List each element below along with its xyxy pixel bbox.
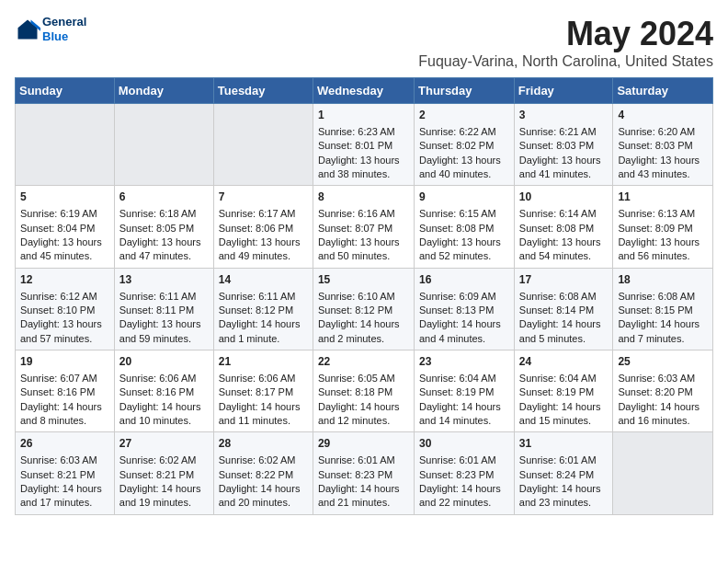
logo-line2: Blue: [42, 29, 86, 44]
day-info: Sunset: 8:05 PM: [119, 222, 209, 236]
day-info: Sunset: 8:07 PM: [318, 222, 409, 236]
logo-icon: [15, 17, 40, 42]
calendar-week-4: 26Sunrise: 6:03 AMSunset: 8:21 PMDayligh…: [16, 432, 713, 514]
day-number: 13: [119, 272, 209, 288]
day-info: Sunrise: 6:11 AM: [219, 290, 308, 304]
day-info: Daylight: 14 hours and 22 minutes.: [419, 482, 509, 511]
day-info: Sunset: 8:03 PM: [618, 139, 708, 153]
day-info: Daylight: 14 hours and 10 minutes.: [119, 400, 209, 429]
day-number: 23: [419, 354, 509, 370]
calendar-cell: 23Sunrise: 6:04 AMSunset: 8:19 PMDayligh…: [415, 350, 515, 432]
calendar-cell: 19Sunrise: 6:07 AMSunset: 8:16 PMDayligh…: [16, 350, 115, 432]
day-number: 16: [419, 272, 509, 288]
day-number: 20: [119, 354, 209, 370]
day-info: Sunset: 8:24 PM: [519, 468, 609, 482]
day-info: Sunrise: 6:15 AM: [419, 207, 509, 221]
day-info: Sunset: 8:17 PM: [219, 385, 308, 399]
day-info: Sunset: 8:19 PM: [519, 385, 609, 399]
calendar-cell: 17Sunrise: 6:08 AMSunset: 8:14 PMDayligh…: [514, 268, 613, 350]
day-header-friday: Friday: [514, 78, 613, 104]
day-info: Sunrise: 6:22 AM: [419, 125, 509, 139]
day-info: Daylight: 13 hours and 57 minutes.: [20, 317, 109, 346]
day-info: Daylight: 14 hours and 19 minutes.: [119, 482, 209, 511]
calendar-cell: 10Sunrise: 6:14 AMSunset: 8:08 PMDayligh…: [514, 186, 613, 268]
calendar-cell: 20Sunrise: 6:06 AMSunset: 8:16 PMDayligh…: [114, 350, 213, 432]
day-info: Sunset: 8:02 PM: [419, 139, 509, 153]
day-number: 1: [318, 108, 409, 123]
day-number: 27: [119, 436, 209, 452]
calendar-cell: [114, 104, 213, 186]
day-number: 10: [519, 190, 609, 205]
day-number: 8: [318, 190, 409, 205]
day-info: Sunrise: 6:03 AM: [618, 372, 708, 385]
day-info: Sunset: 8:22 PM: [219, 468, 308, 482]
subtitle: Fuquay-Varina, North Carolina, United St…: [418, 53, 713, 70]
calendar-cell: 6Sunrise: 6:18 AMSunset: 8:05 PMDaylight…: [114, 186, 213, 268]
day-info: Daylight: 13 hours and 49 minutes.: [219, 236, 308, 264]
day-number: 18: [618, 272, 708, 288]
day-info: Sunrise: 6:01 AM: [519, 454, 609, 467]
calendar-cell: 15Sunrise: 6:10 AMSunset: 8:12 PMDayligh…: [313, 268, 414, 350]
day-header-thursday: Thursday: [415, 78, 515, 104]
day-info: Daylight: 14 hours and 14 minutes.: [419, 400, 509, 429]
day-info: Sunrise: 6:01 AM: [419, 454, 509, 467]
calendar-cell: 24Sunrise: 6:04 AMSunset: 8:19 PMDayligh…: [514, 350, 613, 432]
calendar-cell: 9Sunrise: 6:15 AMSunset: 8:08 PMDaylight…: [415, 186, 515, 268]
day-number: 22: [318, 354, 409, 370]
day-info: Daylight: 14 hours and 20 minutes.: [219, 482, 308, 511]
day-info: Daylight: 13 hours and 40 minutes.: [419, 154, 509, 182]
calendar-cell: 30Sunrise: 6:01 AMSunset: 8:23 PMDayligh…: [415, 432, 515, 514]
day-info: Sunset: 8:20 PM: [618, 385, 708, 399]
day-info: Sunrise: 6:06 AM: [119, 372, 209, 385]
calendar-cell: [213, 104, 313, 186]
day-info: Sunrise: 6:23 AM: [318, 125, 409, 139]
day-info: Sunrise: 6:20 AM: [618, 125, 708, 139]
day-info: Daylight: 14 hours and 21 minutes.: [318, 482, 409, 511]
day-info: Sunrise: 6:18 AM: [119, 207, 209, 221]
day-number: 28: [219, 436, 308, 452]
day-info: Sunset: 8:08 PM: [519, 222, 609, 236]
day-info: Daylight: 13 hours and 43 minutes.: [618, 154, 708, 182]
day-info: Daylight: 13 hours and 52 minutes.: [419, 236, 509, 264]
logo-line1: General: [42, 15, 86, 29]
day-info: Sunset: 8:03 PM: [519, 139, 609, 153]
calendar-cell: 25Sunrise: 6:03 AMSunset: 8:20 PMDayligh…: [613, 350, 713, 432]
calendar-cell: 1Sunrise: 6:23 AMSunset: 8:01 PMDaylight…: [313, 104, 414, 186]
day-number: 11: [618, 190, 708, 205]
day-info: Sunrise: 6:11 AM: [119, 290, 209, 304]
logo: General Blue: [15, 15, 86, 43]
day-header-monday: Monday: [114, 78, 213, 104]
day-number: 24: [519, 354, 609, 370]
day-info: Sunrise: 6:02 AM: [119, 454, 209, 467]
day-number: 29: [318, 436, 409, 452]
day-number: 25: [618, 354, 708, 370]
day-info: Daylight: 13 hours and 38 minutes.: [318, 154, 409, 182]
day-info: Daylight: 14 hours and 5 minutes.: [519, 317, 609, 346]
calendar-cell: 4Sunrise: 6:20 AMSunset: 8:03 PMDaylight…: [613, 104, 713, 186]
day-info: Daylight: 14 hours and 7 minutes.: [618, 317, 708, 346]
day-info: Sunset: 8:01 PM: [318, 139, 409, 153]
day-info: Daylight: 14 hours and 23 minutes.: [519, 482, 609, 511]
day-info: Sunset: 8:10 PM: [20, 304, 109, 317]
day-header-saturday: Saturday: [613, 78, 713, 104]
calendar-header-row: SundayMondayTuesdayWednesdayThursdayFrid…: [16, 78, 713, 104]
day-info: Daylight: 14 hours and 4 minutes.: [419, 317, 509, 346]
calendar-cell: 13Sunrise: 6:11 AMSunset: 8:11 PMDayligh…: [114, 268, 213, 350]
day-info: Daylight: 13 hours and 59 minutes.: [119, 317, 209, 346]
day-info: Daylight: 13 hours and 54 minutes.: [519, 236, 609, 264]
day-number: 12: [20, 272, 109, 288]
day-info: Sunset: 8:23 PM: [318, 468, 409, 482]
calendar-table: SundayMondayTuesdayWednesdayThursdayFrid…: [15, 77, 713, 515]
day-info: Sunrise: 6:07 AM: [20, 372, 109, 385]
calendar-cell: 28Sunrise: 6:02 AMSunset: 8:22 PMDayligh…: [213, 432, 313, 514]
day-info: Sunset: 8:23 PM: [419, 468, 509, 482]
calendar-cell: 5Sunrise: 6:19 AMSunset: 8:04 PMDaylight…: [16, 186, 115, 268]
calendar-cell: [16, 104, 115, 186]
calendar-cell: 12Sunrise: 6:12 AMSunset: 8:10 PMDayligh…: [16, 268, 115, 350]
day-info: Sunrise: 6:12 AM: [20, 290, 109, 304]
day-info: Sunrise: 6:09 AM: [419, 290, 509, 304]
logo-text: General Blue: [42, 15, 86, 43]
day-info: Daylight: 13 hours and 41 minutes.: [519, 154, 609, 182]
day-info: Sunset: 8:08 PM: [419, 222, 509, 236]
day-info: Sunrise: 6:14 AM: [519, 207, 609, 221]
